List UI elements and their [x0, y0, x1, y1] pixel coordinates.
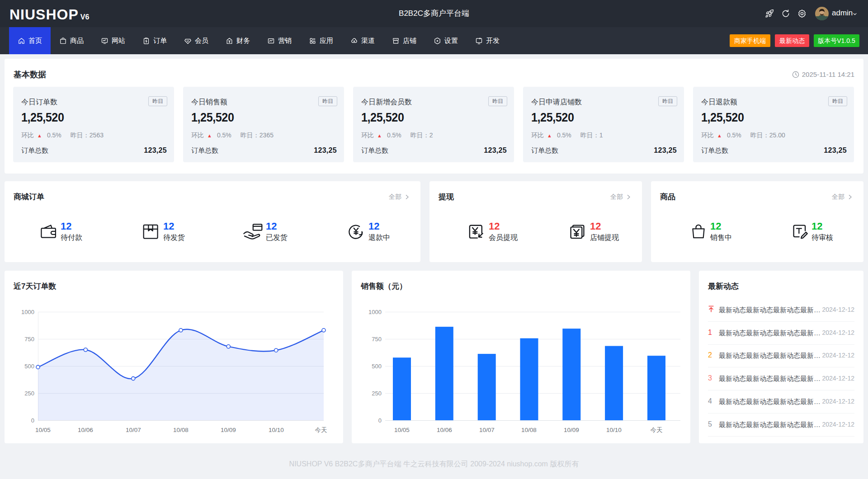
svg-text:0: 0	[378, 417, 382, 424]
svg-text:10/07: 10/07	[126, 427, 141, 433]
svg-text:1000: 1000	[368, 309, 382, 315]
svg-text:250: 250	[24, 390, 34, 397]
svg-text:750: 750	[372, 336, 382, 343]
svg-text:750: 750	[24, 336, 34, 343]
svg-text:1000: 1000	[21, 309, 34, 315]
svg-text:10/09: 10/09	[564, 427, 579, 433]
svg-text:10/08: 10/08	[173, 427, 189, 433]
svg-text:今天: 今天	[315, 427, 327, 433]
svg-text:500: 500	[24, 363, 34, 370]
svg-text:10/10: 10/10	[269, 427, 284, 433]
svg-text:0: 0	[31, 417, 34, 424]
svg-text:250: 250	[372, 390, 382, 397]
svg-text:10/07: 10/07	[479, 427, 495, 433]
svg-text:10/05: 10/05	[35, 427, 51, 433]
svg-text:10/08: 10/08	[521, 427, 537, 433]
svg-text:10/10: 10/10	[606, 427, 622, 433]
svg-text:10/09: 10/09	[221, 427, 236, 433]
svg-text:10/06: 10/06	[437, 427, 452, 433]
svg-text:今天: 今天	[651, 427, 663, 433]
svg-text:10/05: 10/05	[394, 427, 410, 433]
svg-text:10/06: 10/06	[78, 427, 93, 433]
svg-text:500: 500	[372, 363, 382, 370]
